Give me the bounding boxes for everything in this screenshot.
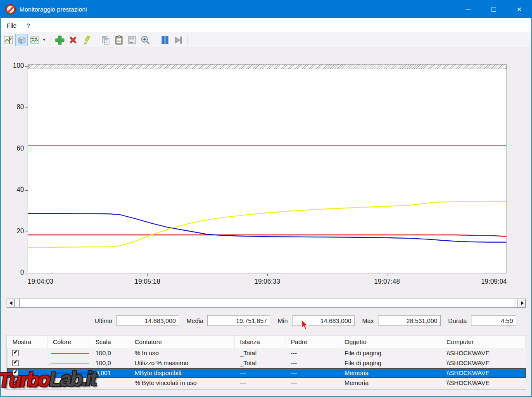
media-label: Media bbox=[187, 317, 204, 324]
durata-label: Durata bbox=[448, 317, 467, 324]
x-tick-label: 19:07:48 bbox=[374, 278, 400, 285]
minimize-icon bbox=[466, 9, 470, 10]
scrollbar-thumb-left[interactable] bbox=[15, 299, 20, 307]
max-label: Max bbox=[362, 317, 374, 324]
delete-counter-button[interactable] bbox=[67, 34, 79, 46]
cell-scala: 0,001 bbox=[90, 369, 129, 376]
x-tick-label: 19:04:03 bbox=[28, 278, 53, 285]
pause-icon bbox=[160, 35, 170, 45]
cell-padre: --- bbox=[285, 349, 339, 356]
paste-counter-list-button[interactable] bbox=[113, 34, 125, 46]
watermark-part2: Lab.it bbox=[49, 367, 96, 390]
copy-icon bbox=[101, 35, 111, 45]
chevron-down-icon: ▼ bbox=[43, 38, 46, 42]
x-tick-label: 19:06:33 bbox=[254, 278, 280, 285]
show-checkbox[interactable] bbox=[12, 350, 19, 356]
scroll-right-button[interactable] bbox=[518, 299, 526, 307]
cell-padre: --- bbox=[285, 379, 339, 386]
step-forward-icon bbox=[173, 35, 183, 45]
y-tick-label: 80 bbox=[3, 103, 24, 111]
highlight-button[interactable] bbox=[80, 34, 93, 46]
close-icon: ✕ bbox=[517, 6, 522, 12]
min-label: Min bbox=[278, 317, 287, 324]
cell-scala: 100,0 bbox=[90, 359, 129, 366]
x-tick-label: 19:05:18 bbox=[135, 278, 160, 285]
close-button[interactable]: ✕ bbox=[506, 0, 532, 18]
maximize-button[interactable] bbox=[481, 0, 506, 18]
ultimo-value: 14.683,000 bbox=[116, 315, 179, 326]
scroll-left-button[interactable] bbox=[7, 299, 15, 307]
y-tick-mark bbox=[25, 66, 28, 67]
cell-istanza: _Total bbox=[235, 359, 285, 366]
toolbar-separator bbox=[155, 35, 155, 45]
cell-colore bbox=[48, 353, 90, 354]
time-scrollbar[interactable] bbox=[7, 299, 526, 308]
view-chart-button[interactable] bbox=[2, 34, 14, 46]
chart-region: 020406080100 19:04:0319:05:1819:06:3319:… bbox=[1, 48, 531, 296]
view-cube-button[interactable] bbox=[15, 34, 28, 46]
zoom-button[interactable] bbox=[139, 34, 152, 46]
y-tick-mark bbox=[25, 273, 28, 273]
pause-button[interactable] bbox=[159, 34, 171, 46]
cell-contatore: Utilizzo % massimo bbox=[129, 359, 235, 366]
ultimo-label: Ultimo bbox=[95, 317, 112, 324]
column-header-colore[interactable]: Colore bbox=[48, 335, 90, 348]
arrow-left-icon bbox=[7, 301, 12, 305]
chart-type-icon bbox=[30, 35, 40, 45]
cell-oggetto: File di paging bbox=[339, 349, 441, 356]
table-row[interactable]: 100,0% In uso_Total---File di paging\\SH… bbox=[7, 348, 526, 358]
cell-istanza: --- bbox=[235, 379, 285, 386]
y-tick-mark bbox=[25, 149, 28, 149]
highlighter-pen-icon bbox=[81, 35, 91, 45]
scrollbar-thumb-right[interactable] bbox=[513, 299, 518, 307]
chart-type-button[interactable] bbox=[28, 34, 41, 46]
mouse-cursor bbox=[301, 319, 311, 331]
window-title: Monitoraggio prestazioni bbox=[19, 6, 87, 13]
max-value: 28.531,000 bbox=[378, 315, 441, 326]
cell-oggetto: File di paging bbox=[339, 359, 441, 366]
toolbar-separator bbox=[50, 35, 50, 45]
show-checkbox[interactable] bbox=[12, 360, 19, 366]
y-tick-mark bbox=[25, 190, 28, 191]
color-swatch bbox=[51, 363, 89, 364]
paste-clipboard-icon bbox=[114, 35, 124, 45]
cell-mostra[interactable] bbox=[7, 360, 48, 366]
column-header-computer[interactable]: Computer bbox=[441, 335, 526, 348]
column-header-padre[interactable]: Padre bbox=[285, 335, 339, 348]
cell-scala: 100,0 bbox=[90, 349, 129, 356]
cell-contatore: MByte disponibili bbox=[129, 369, 235, 376]
column-header-mostra[interactable]: Mostra bbox=[7, 335, 48, 348]
maximize-icon bbox=[492, 7, 496, 12]
menu-help[interactable]: ? bbox=[22, 19, 34, 31]
column-header-scala[interactable]: Scala bbox=[90, 335, 129, 348]
y-tick-mark bbox=[25, 232, 28, 232]
menu-file[interactable]: File bbox=[2, 19, 21, 31]
arrow-right-icon bbox=[521, 301, 526, 305]
column-header-oggetto[interactable]: Oggetto bbox=[339, 335, 441, 348]
add-counter-button[interactable] bbox=[54, 34, 66, 46]
cell-mostra[interactable] bbox=[7, 350, 48, 356]
update-data-button[interactable] bbox=[172, 34, 184, 46]
cell-computer: \\SHOCKWAVE bbox=[441, 369, 526, 376]
scrollbar-track[interactable] bbox=[20, 299, 513, 307]
cell-istanza: --- bbox=[235, 369, 285, 376]
cell-padre: --- bbox=[285, 369, 339, 376]
column-header-contatore[interactable]: Contatore bbox=[129, 335, 235, 348]
column-header-istanza[interactable]: Istanza bbox=[235, 335, 285, 348]
color-swatch bbox=[51, 353, 89, 354]
minimize-button[interactable] bbox=[455, 0, 481, 18]
cell-oggetto: Memoria bbox=[339, 379, 441, 386]
series-line bbox=[28, 201, 506, 248]
table-header: MostraColoreScalaContatoreIstanzaPadreOg… bbox=[7, 335, 526, 348]
chart-type-dropdown[interactable]: ▼ bbox=[41, 34, 47, 46]
line-chart-icon bbox=[3, 35, 13, 45]
cell-computer: \\SHOCKWAVE bbox=[441, 349, 526, 356]
cell-istanza: _Total bbox=[235, 349, 285, 356]
delete-x-icon bbox=[68, 35, 78, 45]
copy-properties-button[interactable] bbox=[100, 34, 112, 46]
x-tick-mark bbox=[267, 274, 268, 276]
toolbar: ▼ bbox=[1, 32, 531, 48]
properties-button[interactable] bbox=[126, 34, 138, 46]
cell-contatore: % In uso bbox=[129, 349, 235, 356]
cell-oggetto: Memoria bbox=[339, 369, 441, 376]
